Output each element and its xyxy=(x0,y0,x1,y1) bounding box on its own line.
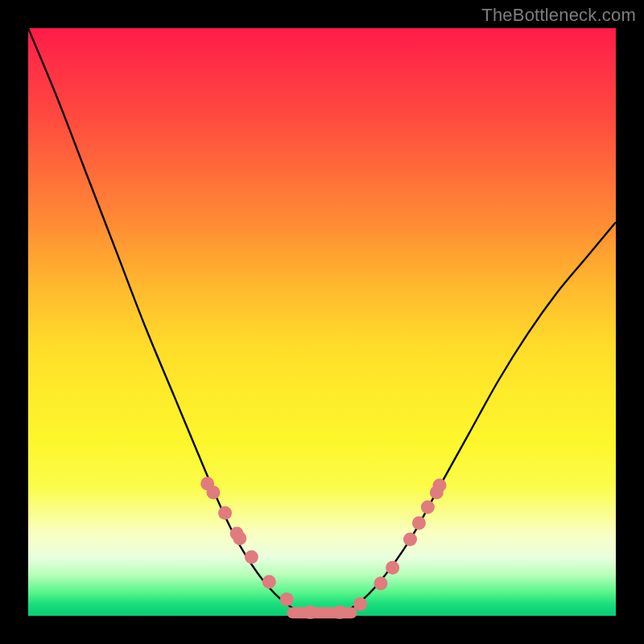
data-point xyxy=(412,516,426,530)
plot-area xyxy=(28,28,616,616)
watermark-text: TheBottleneck.com xyxy=(481,5,636,26)
data-point xyxy=(262,575,276,588)
data-point xyxy=(374,576,388,590)
data-point xyxy=(233,531,246,545)
data-point xyxy=(386,561,399,575)
dots-group xyxy=(200,477,446,619)
data-point xyxy=(206,485,220,499)
curve-svg xyxy=(28,28,616,616)
data-point xyxy=(245,551,258,564)
curve-group xyxy=(28,28,616,617)
data-point xyxy=(303,605,317,619)
chart-frame: TheBottleneck.com xyxy=(0,0,644,644)
data-point xyxy=(280,592,294,606)
data-point xyxy=(403,533,417,547)
data-point xyxy=(421,500,435,514)
data-point xyxy=(353,597,367,611)
data-point xyxy=(433,478,447,492)
bottleneck-curve xyxy=(28,28,616,617)
data-point xyxy=(218,506,232,520)
data-point xyxy=(332,605,346,619)
